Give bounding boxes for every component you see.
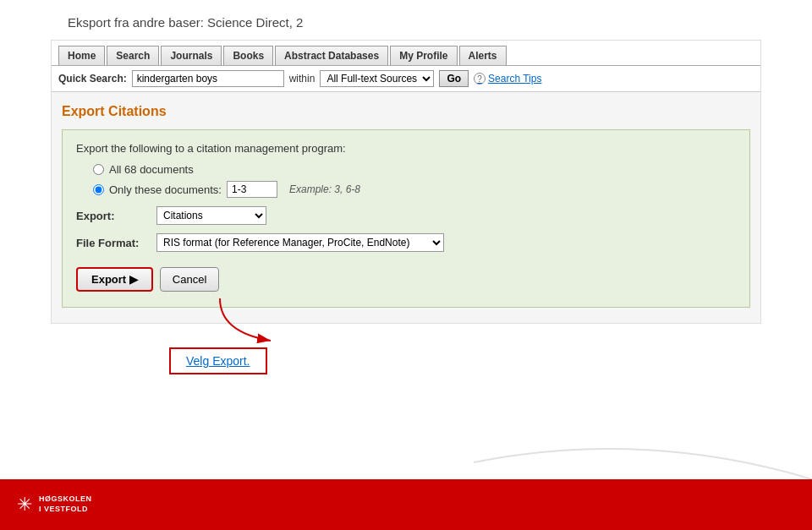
logo-line1: HØGSKOLEN <box>39 494 92 505</box>
bottom-footer: ✳ HØGSKOLEN I VESTFOLD <box>0 479 812 530</box>
all-docs-label: All 68 documents <box>109 163 194 176</box>
slide-area: Home Search Journals Books Abstract Data… <box>51 40 761 324</box>
logo-line2: I VESTFOLD <box>39 505 92 515</box>
export-field-row: Export: Citations <box>76 206 736 225</box>
page-title: Eksport fra andre baser: Science Direct,… <box>0 0 812 40</box>
example-text: Example: 3, 6-8 <box>289 183 360 195</box>
nav-bar: Home Search Journals Books Abstract Data… <box>52 41 760 66</box>
file-format-row: File Format: RIS format (for Reference M… <box>76 233 736 252</box>
export-button[interactable]: Export ▶ <box>76 267 153 292</box>
file-format-select[interactable]: RIS format (for Reference Manager, ProCi… <box>156 233 444 252</box>
all-docs-row: All 68 documents <box>93 163 736 176</box>
only-these-radio[interactable] <box>93 184 104 195</box>
nav-tab-books[interactable]: Books <box>223 46 273 65</box>
only-these-label: Only these documents: <box>109 183 222 196</box>
nav-tab-search[interactable]: Search <box>107 46 159 65</box>
only-these-row: Only these documents: Example: 3, 6-8 <box>93 181 736 198</box>
button-row: Export ▶ Cancel <box>76 267 736 292</box>
cancel-button[interactable]: Cancel <box>160 267 219 292</box>
annotation-area: Velg Export. <box>51 324 761 391</box>
export-title: Export Citations <box>62 104 750 119</box>
quick-search-input[interactable] <box>132 70 284 87</box>
logo-snowflake-icon: ✳ <box>17 494 32 516</box>
go-button[interactable]: Go <box>439 70 469 87</box>
nav-tab-home[interactable]: Home <box>58 46 105 65</box>
radio-group: All 68 documents Only these documents: E… <box>93 163 736 198</box>
all-docs-radio[interactable] <box>93 164 104 175</box>
logo-area: ✳ HØGSKOLEN I VESTFOLD <box>17 494 92 516</box>
velg-export-label[interactable]: Velg Export. <box>169 347 267 374</box>
export-description: Export the following to a citation manag… <box>76 142 736 155</box>
within-label: within <box>289 73 315 85</box>
quick-search-label: Quick Search: <box>58 73 127 85</box>
source-select[interactable]: All Full-text Sources <box>320 70 434 87</box>
help-icon: ? <box>474 73 486 85</box>
nav-tab-alerts[interactable]: Alerts <box>459 46 507 65</box>
export-section: Export Citations Export the following to… <box>52 92 760 323</box>
logo-text: HØGSKOLEN I VESTFOLD <box>39 494 92 514</box>
search-tips-link[interactable]: ? Search Tips <box>474 73 541 85</box>
nav-tab-my-profile[interactable]: My Profile <box>390 46 457 65</box>
nav-tab-abstract-db[interactable]: Abstract Databases <box>275 46 388 65</box>
doc-range-input[interactable] <box>227 181 277 198</box>
export-box: Export the following to a citation manag… <box>62 129 750 308</box>
file-format-label: File Format: <box>76 237 148 249</box>
curve-decoration <box>474 412 812 479</box>
search-tips-label: Search Tips <box>488 73 541 85</box>
quick-search-bar: Quick Search: within All Full-text Sourc… <box>52 66 760 92</box>
nav-tab-journals[interactable]: Journals <box>161 46 222 65</box>
export-select[interactable]: Citations <box>156 206 266 225</box>
export-field-label: Export: <box>76 210 148 222</box>
